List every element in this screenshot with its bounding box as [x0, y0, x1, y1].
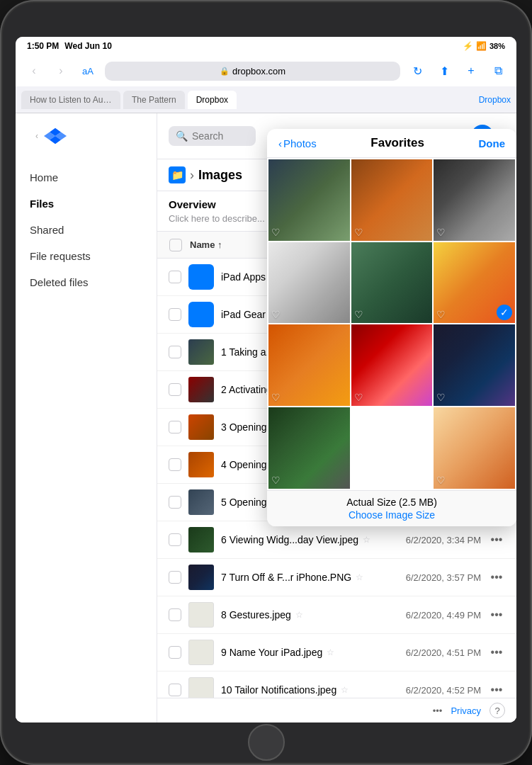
tab-pattern[interactable]: The Pattern — [123, 91, 185, 109]
file-name[interactable]: 10 Tailor Notifications.jpeg ☆ — [221, 684, 399, 696]
sidebar-item-deleted-files[interactable]: Deleted files — [16, 269, 157, 295]
photo-cell[interactable]: ♡ — [268, 324, 350, 406]
photo-cell[interactable]: ♡ — [268, 159, 350, 241]
photos-done-button[interactable]: Done — [478, 137, 505, 149]
file-name[interactable]: 6 Viewing Widg...day View.jpeg ☆ — [221, 534, 399, 545]
sidebar-item-file-requests[interactable]: File requests — [16, 243, 157, 269]
more-options-button[interactable]: ••• — [488, 531, 505, 548]
tabs-button[interactable]: ⧉ — [488, 61, 508, 81]
forward-button[interactable]: › — [51, 61, 71, 81]
select-all-checkbox[interactable] — [169, 238, 183, 252]
heart-icon: ♡ — [354, 392, 363, 403]
star-icon[interactable]: ☆ — [327, 647, 334, 657]
url-text: dropbox.com — [232, 66, 285, 76]
photo-thumbnail: ♡ — [268, 159, 350, 241]
more-options-button[interactable]: ••• — [488, 644, 505, 661]
sidebar-item-files[interactable]: Files — [16, 191, 157, 217]
column-name-header[interactable]: Name ↑ — [190, 239, 222, 250]
photo-thumbnail: ♡ — [434, 407, 515, 489]
refresh-button[interactable]: ↻ — [407, 61, 427, 81]
more-ellipsis-button[interactable]: ••• — [433, 706, 443, 716]
file-thumbnail — [188, 565, 214, 590]
photo-cell[interactable]: ♡ — [351, 242, 433, 324]
photo-cell[interactable]: ♡ — [434, 159, 515, 241]
row-checkbox[interactable] — [169, 458, 181, 471]
sidebar-item-shared[interactable]: Shared — [16, 217, 157, 243]
search-icon: 🔍 — [176, 130, 188, 142]
tab-dropbox[interactable]: Dropbox — [188, 91, 237, 109]
row-checkbox[interactable] — [169, 646, 181, 659]
heart-icon: ♡ — [436, 227, 446, 238]
privacy-link[interactable]: Privacy — [451, 706, 481, 716]
photos-grid: ♡ ♡ ♡ ♡ — [267, 158, 516, 490]
photo-cell[interactable]: ♡ — [434, 324, 515, 406]
more-options-button[interactable]: ••• — [488, 606, 505, 623]
url-bar[interactable]: 🔒 dropbox.com — [105, 62, 400, 81]
ipad-frame: 1:50 PM Wed Jun 10 ⚡ 📶 38% ‹ › aA 🔒 drop… — [0, 0, 532, 765]
photos-back-button[interactable]: ‹ Photos — [278, 137, 317, 149]
row-checkbox[interactable] — [169, 421, 181, 434]
tab-audiobook[interactable]: How to Listen to Audiobo... — [21, 91, 120, 109]
photo-cell[interactable]: ♡ — [268, 407, 350, 489]
list-item: 7 Turn Off & F...r iPhone.PNG ☆ 6/2/2020… — [157, 559, 516, 596]
file-name[interactable]: 7 Turn Off & F...r iPhone.PNG ☆ — [221, 572, 399, 583]
star-icon[interactable]: ☆ — [341, 685, 349, 695]
file-date: 6/2/2020, 4:52 PM — [406, 685, 481, 696]
actual-size-label: Actual Size (2.5 MB) — [278, 497, 505, 508]
photo-cell[interactable]: ♡ — [351, 159, 433, 241]
photo-thumbnail: ♡ — [434, 324, 515, 406]
ipad-screen: 1:50 PM Wed Jun 10 ⚡ 📶 38% ‹ › aA 🔒 drop… — [16, 37, 516, 722]
file-date: 6/2/2020, 3:57 PM — [406, 572, 481, 583]
row-checkbox[interactable] — [169, 496, 181, 509]
sidebar-item-home[interactable]: Home — [16, 164, 157, 191]
row-checkbox[interactable] — [169, 383, 181, 396]
photo-cell[interactable]: ♡ — [351, 407, 433, 489]
photo-thumbnail: ♡ — [268, 324, 350, 406]
file-name[interactable]: 9 Name Your iPad.jpeg ☆ — [221, 647, 399, 658]
signal-icon: ⚡ — [463, 41, 473, 51]
more-options-button[interactable]: ••• — [488, 681, 505, 698]
row-checkbox[interactable] — [169, 271, 181, 283]
list-item: 8 Gestures.jpeg ☆ 6/2/2020, 4:49 PM ••• — [157, 596, 516, 634]
search-input[interactable] — [192, 130, 249, 142]
photo-cell[interactable]: ♡ — [434, 407, 515, 489]
image-size-tooltip: Actual Size (2.5 MB) Choose Image Size — [267, 490, 516, 526]
photo-cell[interactable]: ♡ ✓ — [434, 242, 515, 324]
back-button[interactable]: ‹ — [24, 61, 44, 81]
choose-image-size-button[interactable]: Choose Image Size — [278, 509, 505, 521]
row-checkbox[interactable] — [169, 608, 181, 621]
heart-icon: ♡ — [354, 309, 363, 320]
sidebar-collapse-button[interactable]: ‹ — [30, 131, 44, 141]
sidebar: ‹ Home Files — [16, 113, 157, 722]
list-item: 10 Tailor Notifications.jpeg ☆ 6/2/2020,… — [157, 672, 516, 698]
row-checkbox[interactable] — [169, 346, 181, 358]
more-options-button[interactable]: ••• — [488, 569, 505, 586]
file-list-header-left: Name ↑ — [169, 238, 222, 252]
search-bar[interactable]: 🔍 — [169, 126, 256, 146]
row-checkbox[interactable] — [169, 684, 181, 696]
photo-selected-check: ✓ — [497, 305, 512, 320]
breadcrumb-folder-icon: 📁 — [169, 166, 186, 183]
sidebar-nav: Home Files Shared File requests Deleted … — [16, 159, 157, 301]
add-tab-button[interactable]: + — [461, 61, 481, 81]
wifi-icon: 📶 — [476, 41, 487, 51]
star-icon[interactable]: ☆ — [295, 610, 303, 620]
row-checkbox[interactable] — [169, 308, 181, 321]
photo-cell[interactable]: ♡ — [268, 242, 350, 324]
heart-icon: ♡ — [271, 475, 281, 486]
dropbox-logo — [44, 125, 67, 147]
photo-cell[interactable]: ♡ — [351, 324, 433, 406]
home-button[interactable] — [248, 724, 285, 761]
row-checkbox[interactable] — [169, 533, 181, 546]
help-button[interactable]: ? — [489, 703, 505, 718]
share-button[interactable]: ⬆ — [434, 61, 454, 81]
file-thumbnail — [188, 489, 214, 515]
file-name[interactable]: 8 Gestures.jpeg ☆ — [221, 609, 399, 620]
row-checkbox[interactable] — [169, 571, 181, 584]
heart-icon: ♡ — [436, 309, 446, 320]
bottom-bar: ••• Privacy ? — [157, 698, 516, 722]
star-icon[interactable]: ☆ — [363, 535, 370, 545]
reader-view-button[interactable]: aA — [78, 61, 98, 81]
photo-thumbnail: ♡ — [351, 242, 433, 324]
star-icon[interactable]: ☆ — [356, 572, 363, 582]
